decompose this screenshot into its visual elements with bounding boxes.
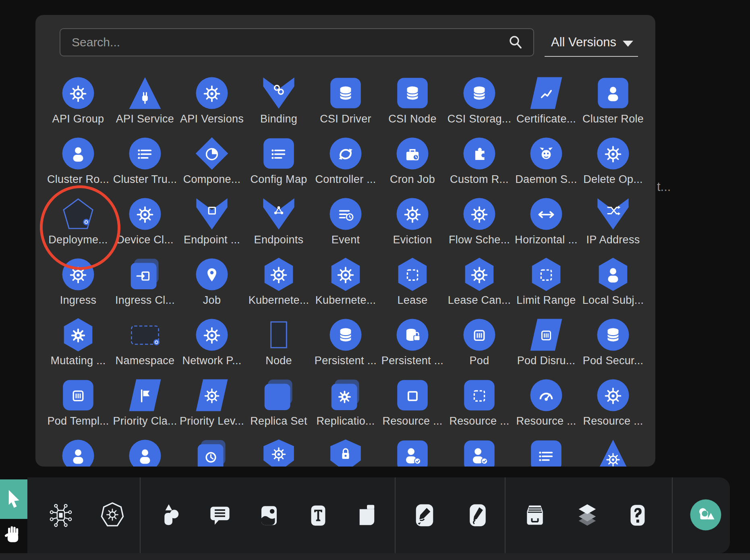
- grid-item-label: Resource ...: [583, 415, 643, 427]
- grid-item-network-p[interactable]: Network P...: [178, 318, 245, 378]
- grid-item-daemon-s[interactable]: Daemon S...: [513, 137, 580, 197]
- select-tool-button[interactable]: [0, 479, 27, 519]
- note-icon: [352, 500, 382, 531]
- grid-item-persistent[interactable]: Persistent ...: [312, 318, 379, 378]
- grid-item-pod-templ[interactable]: Pod Templ...: [45, 378, 112, 439]
- grid-item-priority-cla[interactable]: Priority Cla...: [112, 378, 178, 439]
- grid-item-row7-col5[interactable]: [312, 439, 379, 467]
- grid-item-api-group[interactable]: API Group: [45, 76, 112, 137]
- shape-library-fab[interactable]: [690, 499, 722, 531]
- grid-item-row7-col7[interactable]: [446, 439, 513, 467]
- grid-item-custom-r[interactable]: Custom R...: [446, 137, 513, 197]
- grid-item-flow-sche[interactable]: Flow Sche...: [446, 197, 513, 257]
- image-tool-button[interactable]: [254, 500, 284, 531]
- grid-item-job[interactable]: Job: [178, 257, 245, 318]
- csi-node-icon: [396, 76, 429, 110]
- layers-tool-button[interactable]: [572, 500, 603, 531]
- grid-item-label: Event: [331, 234, 360, 246]
- grid-item-kubernete[interactable]: Kubernete...: [245, 257, 312, 318]
- horizontal-icon: [529, 197, 563, 231]
- grid-item-csi-driver[interactable]: CSI Driver: [312, 76, 379, 137]
- pan-tool-button[interactable]: [1, 521, 25, 550]
- search-input[interactable]: [60, 35, 508, 49]
- search-box: [60, 28, 534, 56]
- archive-tool-button[interactable]: [520, 500, 550, 531]
- search-icon[interactable]: [508, 34, 524, 50]
- grid-item-controller[interactable]: Controller ...: [312, 137, 379, 197]
- grid-item-label: IP Address: [586, 234, 640, 246]
- grid-item-namespace[interactable]: Namespace: [112, 318, 178, 378]
- grid-item-row7-col8[interactable]: [513, 439, 580, 467]
- grid-item-lease[interactable]: Lease: [379, 257, 446, 318]
- grid-item-resource-3[interactable]: Resource ...: [580, 378, 646, 439]
- grid-item-cluster-role[interactable]: Cluster Role: [580, 76, 646, 137]
- grid-item-label: API Group: [52, 113, 104, 125]
- grid-item-lease-can[interactable]: Lease Can...: [446, 257, 513, 318]
- grid-item-row7-col4[interactable]: [245, 439, 312, 467]
- grid-item-eviction[interactable]: Eviction: [379, 197, 446, 257]
- grid-item-config-map[interactable]: Config Map: [245, 137, 312, 197]
- grid-item-row7-col6[interactable]: [379, 439, 446, 467]
- shapes-tool-button[interactable]: [155, 500, 185, 531]
- grid-item-limit-range[interactable]: Limit Range: [513, 257, 580, 318]
- grid-item-local-subj[interactable]: Local Subj...: [580, 257, 646, 318]
- grid-item-delete-op[interactable]: Delete Op...: [580, 137, 646, 197]
- grid-item-pod-disru[interactable]: Pod Disru...: [513, 318, 580, 378]
- grid-item-horizontal[interactable]: Horizontal ...: [513, 197, 580, 257]
- grid-item-cron-job[interactable]: Cron Job: [379, 137, 446, 197]
- text-tool-button[interactable]: [303, 500, 334, 531]
- note-tool-button[interactable]: [352, 500, 382, 531]
- grid-item-resource-1[interactable]: Resource ...: [446, 378, 513, 439]
- endpoints-icon: [262, 197, 296, 231]
- grid-item-kubernete-1[interactable]: Kubernete...: [312, 257, 379, 318]
- grid-item-cluster-tru[interactable]: Cluster Tru...: [112, 137, 178, 197]
- grid-item-persistent-1[interactable]: Persistent ...: [379, 318, 446, 378]
- grid-item-priority-lev[interactable]: Priority Lev...: [178, 378, 245, 439]
- grid-item-label: Ingress Cl...: [115, 294, 175, 307]
- grid-item-replica-set[interactable]: Replica Set: [245, 378, 312, 439]
- grid-item-ingress-cl[interactable]: Ingress Cl...: [112, 257, 178, 318]
- grid-item-api-service[interactable]: API Service: [112, 76, 178, 137]
- grid-item-row7-col3[interactable]: [178, 439, 245, 467]
- comment-tool-button[interactable]: [205, 500, 235, 531]
- grid-item-label: Lease Can...: [448, 294, 511, 307]
- grid-item-row7-col9[interactable]: [580, 439, 646, 467]
- pencil-tool-button[interactable]: [462, 500, 493, 531]
- grid-item-resource-2[interactable]: Resource ...: [513, 378, 580, 439]
- grid-item-endpoint[interactable]: Endpoint ...: [178, 197, 245, 257]
- circuit-tool-button[interactable]: [46, 500, 76, 531]
- grid-item-label: Horizontal ...: [515, 234, 578, 246]
- grid-item-event[interactable]: Event: [312, 197, 379, 257]
- device-cl-icon: [128, 197, 162, 231]
- grid-item-label: Endpoint ...: [184, 234, 240, 246]
- grid-item-resource[interactable]: Resource ...: [379, 378, 446, 439]
- grid-item-pod-secur[interactable]: Pod Secur...: [580, 318, 646, 378]
- help-tool-button[interactable]: [622, 500, 653, 531]
- grid-item-certificate[interactable]: Certificate...: [513, 76, 580, 137]
- binding-icon: [262, 76, 296, 110]
- grid-item-ip-address[interactable]: IP Address: [580, 197, 646, 257]
- grid-item-endpoints[interactable]: Endpoints: [245, 197, 312, 257]
- grid-item-label: CSI Storag...: [448, 113, 511, 125]
- grid-item-row7-col1[interactable]: [45, 439, 112, 467]
- grid-item-pod[interactable]: Pod: [446, 318, 513, 378]
- grid-item-csi-storag[interactable]: CSI Storag...: [446, 76, 513, 137]
- grid-item-csi-node[interactable]: CSI Node: [379, 76, 446, 137]
- grid-item-label: Resource ...: [516, 415, 576, 427]
- kubernetes-icon: [97, 500, 128, 531]
- pen-tool-button[interactable]: [409, 500, 440, 531]
- grid-item-mutating[interactable]: Mutating ...: [45, 318, 112, 378]
- grid-item-binding[interactable]: Binding: [245, 76, 312, 137]
- grid-item-compone[interactable]: Compone...: [178, 137, 245, 197]
- pencil-icon: [462, 500, 493, 531]
- grid-item-node[interactable]: Node: [245, 318, 312, 378]
- row7-col6-icon: [396, 439, 429, 467]
- grid-item-label: Delete Op...: [583, 173, 643, 186]
- grid-item-row7-col2[interactable]: [112, 439, 178, 467]
- kubernetes-tool-button[interactable]: [97, 500, 128, 531]
- version-filter-dropdown[interactable]: All Versions: [545, 29, 644, 56]
- grid-item-device-cl[interactable]: Device Cl...: [112, 197, 178, 257]
- row7-col5-icon: [329, 439, 363, 467]
- grid-item-replicatio[interactable]: Replicatio...: [312, 378, 379, 439]
- grid-item-api-versions[interactable]: API Versions: [178, 76, 245, 137]
